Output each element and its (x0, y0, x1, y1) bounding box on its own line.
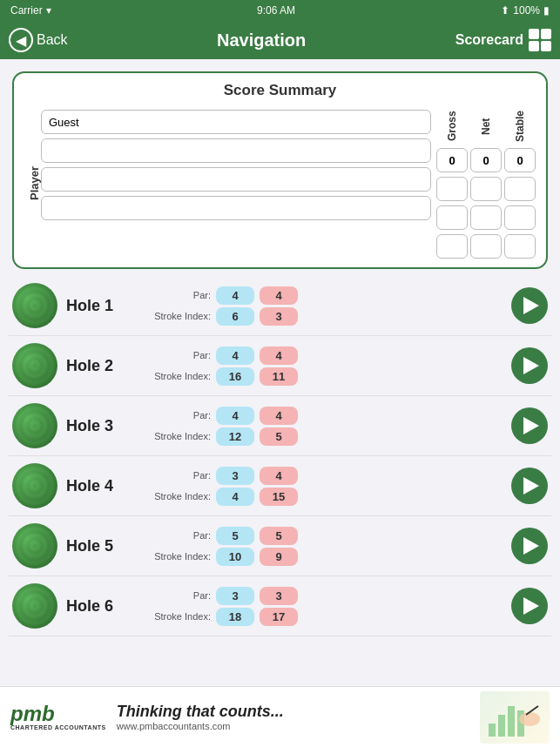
par-label-6: Par: (145, 590, 211, 601)
par-blue-2: 4 (216, 347, 254, 365)
net-col: Net 0 (470, 108, 502, 259)
player-input-1[interactable] (41, 138, 431, 163)
par-pink-3: 4 (260, 407, 298, 425)
hole-ball-2 (12, 343, 57, 388)
play-icon-4 (523, 477, 539, 495)
score-summary-title: Score Summary (24, 82, 536, 99)
hole-ball-4 (12, 463, 57, 508)
par-row-6: Par: 3 3 (145, 587, 503, 605)
par-blue-3: 4 (216, 407, 254, 425)
si-blue-2: 16 (216, 367, 254, 386)
gross-val-2 (436, 205, 468, 230)
play-button-5[interactable] (511, 528, 548, 564)
net-val-1 (470, 177, 502, 201)
si-row-1: Stroke Index: 6 3 (145, 307, 503, 326)
hole-item-6: Hole 6 Par: 3 3 Stroke Index: 18 17 (9, 576, 551, 636)
player-input-3[interactable] (41, 196, 431, 220)
par-row-2: Par: 4 4 (145, 347, 503, 365)
stable-values: 0 (504, 148, 536, 259)
wifi-icon: ▾ (46, 4, 51, 17)
si-blue-1: 6 (216, 307, 254, 326)
par-label-4: Par: (145, 470, 211, 481)
si-pink-1: 3 (260, 307, 298, 326)
hole-item-3: Hole 3 Par: 4 4 Stroke Index: 12 5 (9, 396, 551, 456)
pmb-letters: pmb (10, 703, 55, 724)
battery-label: 100% (513, 4, 540, 17)
scorecard-button[interactable]: Scorecard (455, 29, 551, 51)
ad-image (480, 691, 550, 744)
si-row-5: Stroke Index: 10 9 (145, 548, 503, 566)
hole-name-2: Hole 2 (66, 357, 136, 375)
svg-rect-2 (508, 706, 515, 737)
gross-col: Gross 0 (436, 108, 468, 259)
hole-name-3: Hole 3 (66, 417, 136, 435)
gross-values: 0 (436, 148, 468, 259)
si-label-6: Stroke Index: (145, 611, 211, 622)
play-button-6[interactable] (511, 588, 548, 624)
player-row-2 (41, 167, 431, 192)
player-input-2[interactable] (41, 167, 431, 192)
svg-rect-0 (489, 723, 496, 737)
back-button[interactable]: ◀ Back (9, 28, 68, 52)
play-button-3[interactable] (511, 407, 548, 444)
hole-ball-3 (12, 403, 57, 448)
play-icon-3 (523, 417, 539, 434)
status-left: Carrier ▾ (10, 4, 51, 17)
stable-val-1 (504, 177, 536, 201)
hole-item-5: Hole 5 Par: 5 5 Stroke Index: 10 9 (9, 516, 551, 576)
si-blue-3: 12 (216, 427, 254, 446)
hole-item-2: Hole 2 Par: 4 4 Stroke Index: 16 11 (9, 336, 551, 396)
si-pink-2: 11 (260, 367, 298, 386)
stable-col: Stable 0 (504, 108, 536, 259)
ad-banner: pmb CHARTERED ACCOUNTANTS Thinking that … (0, 686, 560, 747)
si-pink-3: 5 (260, 427, 298, 446)
battery-icon: ▮ (543, 4, 550, 17)
si-label-2: Stroke Index: (145, 371, 211, 381)
hole-ball-5 (12, 523, 57, 569)
nav-bar: ◀ Back Navigation Scorecard (0, 21, 560, 59)
net-val-0: 0 (470, 148, 502, 172)
hole-item-4: Hole 4 Par: 3 4 Stroke Index: 4 15 (9, 456, 551, 516)
par-label-1: Par: (145, 290, 211, 300)
player-row-3 (41, 196, 431, 220)
ad-url: www.pmbaccountants.com (117, 721, 469, 731)
par-blue-5: 5 (216, 527, 254, 545)
si-blue-4: 4 (216, 488, 254, 506)
net-val-3 (470, 234, 502, 259)
si-label-5: Stroke Index: (145, 551, 211, 562)
status-bar: Carrier ▾ 9:06 AM ⬆ 100% ▮ (0, 0, 560, 21)
hole-name-5: Hole 5 (66, 537, 136, 555)
par-row-1: Par: 4 4 (145, 286, 503, 305)
hole-item-1: Hole 1 Par: 4 4 Stroke Index: 6 3 (9, 276, 551, 336)
player-row-1 (41, 138, 431, 163)
stable-val-3 (504, 234, 536, 259)
gross-val-0: 0 (436, 148, 468, 172)
player-row-0 (41, 110, 431, 134)
play-button-2[interactable] (511, 347, 548, 384)
gross-val-1 (436, 177, 468, 201)
si-label-4: Stroke Index: (145, 491, 211, 501)
play-icon-1 (523, 297, 539, 314)
play-icon-5 (523, 537, 539, 555)
player-input-0[interactable] (41, 110, 431, 134)
svg-point-4 (519, 712, 540, 726)
par-pink-6: 3 (260, 587, 298, 605)
nav-title: Navigation (217, 30, 306, 50)
back-label: Back (37, 32, 68, 48)
si-row-3: Stroke Index: 12 5 (145, 427, 503, 446)
hole-stats-2: Par: 4 4 Stroke Index: 16 11 (145, 347, 503, 386)
play-button-4[interactable] (511, 468, 548, 504)
play-button-1[interactable] (511, 287, 548, 324)
par-label-5: Par: (145, 530, 211, 541)
hole-name-1: Hole 1 (66, 297, 136, 315)
par-pink-2: 4 (260, 347, 298, 365)
status-right: ⬆ 100% ▮ (501, 4, 550, 17)
net-label: Net (480, 108, 492, 145)
si-blue-5: 10 (216, 548, 254, 566)
par-label-3: Par: (145, 410, 211, 421)
si-pink-5: 9 (260, 548, 298, 566)
hole-name-6: Hole 6 (66, 597, 136, 616)
par-pink-4: 4 (260, 467, 298, 485)
si-pink-4: 15 (260, 488, 298, 506)
stable-val-2 (504, 205, 536, 230)
